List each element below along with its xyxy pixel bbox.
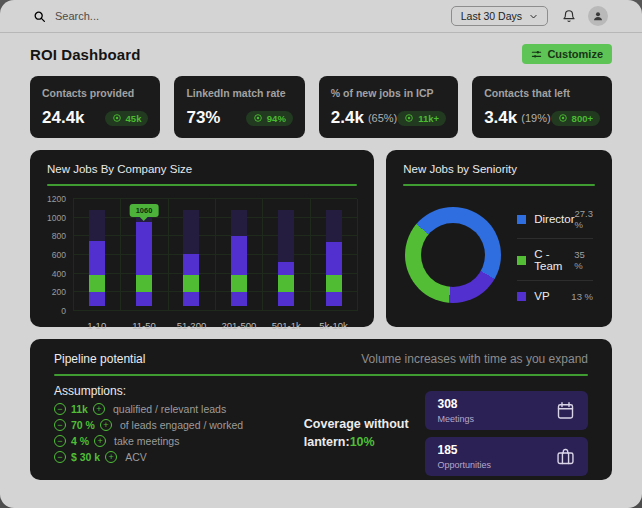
target-icon [404,113,414,123]
plus-circle-icon[interactable]: + [100,419,112,431]
y-tick-label: 800 [52,231,66,241]
assumption-value: 4 % [71,435,89,447]
date-range-dropdown[interactable]: Last 30 Days [451,6,548,26]
plus-circle-icon[interactable]: + [93,403,105,415]
customize-button[interactable]: Customize [522,44,612,64]
bar-segment [278,292,294,306]
donut-chart-title: New Jobs by Seniority [403,163,595,175]
app-window: Last 30 Days ROI Dashboard Customize [0,0,642,508]
user-avatar[interactable] [588,6,608,26]
assumptions-label: Assumptions: [54,384,280,398]
bar-segment [231,275,247,293]
legend-value: 13 % [571,291,593,302]
legend-item[interactable]: VP 13 % [517,281,593,310]
page-title: ROI Dashboard [30,46,140,63]
charts-row: New Jobs By Company Size 020040060080010… [30,150,612,327]
kpi-subvalue: (19%) [521,112,550,124]
coverage-text: Coverage without lantern:10% [304,416,426,476]
legend-swatch [517,256,526,265]
bar-chart-xaxis: 1-1011-5051-200201-500501-1k5k-10k [73,320,357,331]
assumption-row: − $ 30 k + ACV [54,451,280,463]
bar-1-10[interactable] [73,199,120,311]
assumptions-section: Assumptions: − 11k + qualified / relevan… [54,384,280,476]
x-tick-label: 501-1k [263,320,310,331]
legend-value: 27.3 % [575,208,594,230]
y-tick-label: 400 [52,269,66,279]
x-tick-label: 51-200 [168,320,215,331]
legend-label: VP [534,290,549,302]
bar-chart-plot: 1060 [73,199,357,311]
minus-circle-icon[interactable]: − [54,419,66,431]
assumption-desc: ACV [125,451,147,463]
chevron-down-icon [529,12,538,21]
kpi-label: % of new jobs in ICP [331,87,446,99]
target-icon [558,113,568,123]
kpi-card: % of new jobs in ICP 2.4k (65%) 11k+ [319,76,458,138]
minus-circle-icon[interactable]: − [54,403,66,415]
page-header: ROI Dashboard Customize [0,33,642,76]
target-icon [112,113,122,123]
kpi-card: Contacts that left 3.4k (19%) 800+ [472,76,612,138]
bar-chart: 020040060080010001200 1060 [47,199,357,311]
plus-circle-icon[interactable]: + [105,451,117,463]
search-icon [33,10,46,23]
target-icon [253,113,263,123]
stat-value: 185 [437,443,491,457]
kpi-card: Contacts provided 24.4k 45k [30,76,160,138]
stat-label: Opportunities [437,460,491,470]
minus-circle-icon[interactable]: − [54,435,66,447]
donut-chart-card: New Jobs by Seniority Director 27.3 % C … [386,150,612,327]
bar-segment [136,222,152,274]
x-tick-label: 1-10 [73,320,120,331]
chart-title-underline [47,184,357,186]
kpi-label: Contacts provided [42,87,148,99]
bar-501-1k[interactable] [262,199,309,311]
bar-segment [183,210,199,254]
donut-legend: Director 27.3 % C - Team 35 % VP 13 % [517,199,593,310]
stat-label: Meetings [437,414,474,424]
kpi-goal-badge: 94% [246,111,293,126]
coverage-value: 10% [350,435,375,449]
chart-title-underline [403,184,595,186]
calendar-icon [555,400,576,421]
bar-tooltip: 1060 [130,204,159,217]
legend-item[interactable]: C - Team 35 % [517,239,593,281]
bar-segment [326,275,342,293]
donut-chart[interactable] [405,207,501,303]
kpi-goal-badge: 11k+ [397,111,446,126]
bar-segment [183,254,199,275]
plus-circle-icon[interactable]: + [94,435,106,447]
bar-11-50[interactable]: 1060 [120,199,167,311]
bar-5k-10k[interactable] [310,199,357,311]
y-tick-label: 0 [61,306,66,316]
bar-51-200[interactable] [168,199,215,311]
assumption-desc: of leads engaged / worked [120,419,243,431]
kpi-badge-value: 94% [267,113,286,124]
bar-segment [326,292,342,306]
assumption-value: 11k [71,403,88,415]
kpi-value: 3.4k [484,108,517,128]
kpi-label: LinkedIn match rate [186,87,292,99]
bar-chart-title: New Jobs By Company Size [47,163,357,175]
kpi-value: 2.4k [331,108,364,128]
kpi-badge-value: 11k+ [418,113,439,124]
bar-segment [231,210,247,236]
bar-segment [183,292,199,306]
search-input[interactable] [55,10,235,22]
kpi-badge-value: 45k [126,113,142,124]
y-tick-label: 1200 [47,194,66,204]
bar-201-500[interactable] [215,199,262,311]
assumption-desc: take meetings [114,435,179,447]
stat-card-meetings: 308 Meetings [425,391,588,430]
legend-label: C - Team [534,248,574,272]
minus-circle-icon[interactable]: − [54,451,66,463]
assumption-value: $ 30 k [71,451,100,463]
search-field[interactable] [33,10,451,23]
legend-item[interactable]: Director 27.3 % [517,199,593,239]
bar-segment [231,292,247,306]
date-range-label: Last 30 Days [461,10,522,22]
notifications-button[interactable] [562,9,576,23]
bar-segment [278,210,294,262]
stat-value: 308 [437,397,474,411]
kpi-label: Contacts that left [484,87,600,99]
